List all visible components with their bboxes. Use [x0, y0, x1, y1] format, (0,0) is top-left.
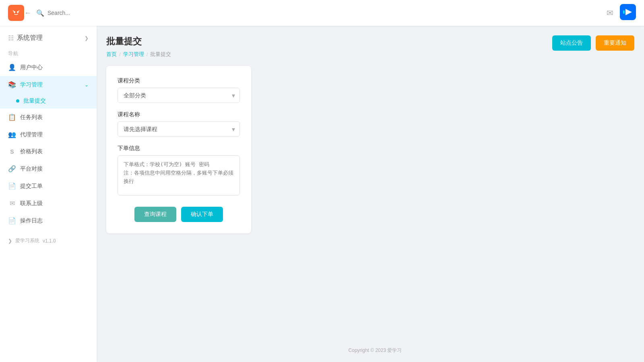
- query-course-button[interactable]: 查询课程: [134, 207, 176, 222]
- nav-label: 导航: [0, 47, 97, 59]
- sidebar-item-price-list[interactable]: S 价格列表: [0, 143, 97, 160]
- page-header: 批量提交 首页 / 学习管理 / 批量提交 站点公告 重要通知: [106, 35, 634, 58]
- sidebar-item-user-center[interactable]: 👤 用户中心: [0, 59, 97, 76]
- sidebar: ☷ 系统管理 ❯ 导航 👤 用户中心 📚 学习管理 ⌄ 批量提交 📋 任务列表 …: [0, 26, 97, 362]
- price-icon: S: [8, 148, 16, 155]
- course-category-group: 课程分类 全部分类: [118, 77, 240, 103]
- contact-icon: ✉: [8, 200, 16, 207]
- breadcrumb-sep-1: /: [119, 51, 121, 58]
- sidebar-footer-arrow: ❯: [8, 238, 12, 244]
- sidebar-item-task-list[interactable]: 📋 任务列表: [0, 109, 97, 126]
- sidebar-item-study-management[interactable]: 📚 学习管理 ⌄: [0, 76, 97, 93]
- system-management-label: 系统管理: [17, 34, 43, 42]
- breadcrumb-home[interactable]: 首页: [106, 51, 117, 58]
- log-icon: 📄: [8, 217, 16, 224]
- sidebar-label-task-list: 任务列表: [20, 114, 43, 121]
- chevron-down-icon: ⌄: [85, 82, 89, 88]
- course-name-label: 课程名称: [118, 111, 240, 118]
- task-icon: 📋: [8, 113, 16, 121]
- sidebar-footer-label: 爱学习系统: [15, 237, 39, 244]
- sidebar-item-batch-submit[interactable]: 批量提交: [0, 93, 97, 109]
- mail-icon[interactable]: ✉: [607, 8, 613, 18]
- batch-submit-label: 批量提交: [23, 97, 46, 105]
- back-button[interactable]: ←: [24, 9, 31, 17]
- chevron-right-icon: ❯: [85, 35, 89, 41]
- logo: [8, 5, 24, 21]
- search-icon: 🔍: [36, 9, 44, 17]
- sidebar-item-platform-connect[interactable]: 🔗 平台对接: [0, 160, 97, 177]
- sidebar-item-submit-work[interactable]: 📄 提交工单: [0, 177, 97, 195]
- course-name-group: 课程名称 请先选择课程: [118, 111, 240, 137]
- course-name-select-wrapper: 请先选择课程: [118, 121, 240, 137]
- sidebar-label-proxy-management: 代理管理: [20, 131, 43, 138]
- page-actions: 站点公告 重要通知: [552, 35, 634, 51]
- submit-icon: 📄: [8, 182, 16, 190]
- sidebar-label-contact-superior: 联系上级: [20, 200, 43, 207]
- svg-rect-5: [623, 10, 625, 14]
- sidebar-label-user-center: 用户中心: [20, 64, 43, 71]
- sidebar-group-study-management: 📚 学习管理 ⌄ 批量提交: [0, 76, 97, 109]
- breadcrumb: 首页 / 学习管理 / 批量提交: [106, 51, 171, 58]
- site-notice-button[interactable]: 站点公告: [552, 35, 591, 51]
- tencent-video-icon[interactable]: [620, 4, 636, 22]
- sidebar-footer-version: v1.1.0: [43, 238, 56, 244]
- sidebar-footer[interactable]: ❯ 爱学习系统 v1.1.0: [0, 237, 97, 244]
- book-icon: 📚: [8, 81, 16, 88]
- course-category-select[interactable]: 全部分类: [118, 88, 240, 103]
- sidebar-item-system-management[interactable]: ☷ 系统管理 ❯: [0, 29, 97, 47]
- course-category-select-wrapper: 全部分类: [118, 88, 240, 103]
- sidebar-label-platform-connect: 平台对接: [20, 165, 43, 173]
- header: ← 🔍 ✉: [0, 0, 644, 26]
- study-management-label: 学习管理: [20, 81, 43, 88]
- sidebar-item-operation-log[interactable]: 📄 操作日志: [0, 212, 97, 229]
- svg-point-0: [11, 8, 21, 18]
- sidebar-label-operation-log: 操作日志: [20, 217, 43, 224]
- header-right: ✉: [607, 4, 636, 22]
- proxy-icon: 👥: [8, 131, 16, 138]
- page-title: 批量提交: [106, 35, 171, 47]
- active-dot-icon: [16, 99, 19, 103]
- user-icon: 👤: [8, 64, 16, 71]
- grid-icon: ☷: [8, 34, 14, 42]
- order-info-textarea[interactable]: [118, 155, 240, 195]
- search-input[interactable]: [47, 10, 607, 16]
- important-notice-button[interactable]: 重要通知: [596, 35, 634, 51]
- main-content: 批量提交 首页 / 学习管理 / 批量提交 站点公告 重要通知 课程分类 全部分…: [97, 26, 644, 362]
- breadcrumb-sep-2: /: [147, 51, 148, 58]
- order-info-group: 下单信息: [118, 145, 240, 197]
- breadcrumb-study-management[interactable]: 学习管理: [123, 51, 144, 58]
- order-info-label: 下单信息: [118, 145, 240, 152]
- course-category-label: 课程分类: [118, 77, 240, 84]
- form-buttons: 查询课程 确认下单: [118, 207, 240, 222]
- form-card: 课程分类 全部分类 课程名称 请先选择课程 下单信息 查询课程 确认下单: [106, 66, 251, 233]
- confirm-order-button[interactable]: 确认下单: [181, 207, 223, 222]
- sidebar-label-submit-work: 提交工单: [20, 183, 43, 190]
- copyright: Copyright © 2023 爱学习: [106, 347, 644, 354]
- breadcrumb-current: 批量提交: [150, 51, 171, 58]
- page-title-section: 批量提交 首页 / 学习管理 / 批量提交: [106, 35, 171, 58]
- sidebar-item-contact-superior[interactable]: ✉ 联系上级: [0, 195, 97, 212]
- connect-icon: 🔗: [8, 165, 16, 173]
- sidebar-item-proxy-management[interactable]: 👥 代理管理: [0, 126, 97, 143]
- course-name-select[interactable]: 请先选择课程: [118, 121, 240, 137]
- sidebar-label-price-list: 价格列表: [20, 148, 43, 155]
